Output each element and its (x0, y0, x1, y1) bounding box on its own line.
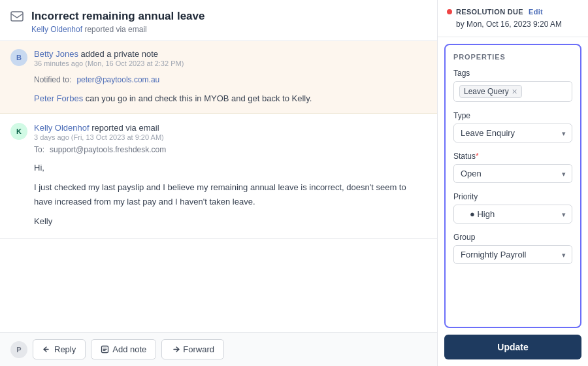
properties-title: PROPERTIES (453, 53, 572, 61)
type-select[interactable]: Leave Enquiry (453, 124, 572, 142)
reply-button[interactable]: Reply (33, 339, 86, 359)
group-group: Group Fornightly Payroll (453, 233, 572, 264)
tags-group: Tags Leave Query ✕ (453, 69, 572, 102)
status-required: * (476, 152, 479, 161)
add-note-label: Add note (112, 344, 146, 354)
notified-label: Notified to: (34, 75, 71, 84)
priority-select[interactable]: ● High Low Medium Urgent (453, 205, 572, 224)
ticket-title: Incorrect remaining annual leave (31, 9, 204, 24)
reply-label: Reply (54, 344, 76, 354)
private-note: B Betty Jones added a private note 36 mi… (0, 41, 437, 114)
note-time: 36 minutes ago (Mon, 16 Oct 2023 at 2:32… (34, 59, 184, 67)
status-label: Status* (453, 152, 572, 161)
tags-label: Tags (453, 69, 572, 78)
reporter-name: Kelly Oldenhof (31, 25, 82, 34)
action-avatar: P (10, 341, 27, 358)
add-note-button[interactable]: Add note (91, 339, 156, 359)
conversation-area: B Betty Jones added a private note 36 mi… (0, 41, 437, 332)
forward-icon (171, 345, 180, 354)
thread-author-name: Kelly Oldenhof (34, 123, 90, 133)
note-icon (101, 345, 109, 354)
type-select-wrapper: Leave Enquiry (453, 124, 572, 142)
thread-header: K Kelly Oldenhof reported via email 3 da… (10, 123, 427, 141)
thread-author-line: Kelly Oldenhof reported via email (34, 123, 164, 133)
ticket-title-block: Incorrect remaining annual leave Kelly O… (31, 9, 204, 34)
tag-remove-icon[interactable]: ✕ (512, 88, 517, 96)
group-label: Group (453, 233, 572, 242)
thread-time: 3 days ago (Fri, 13 Oct 2023 at 9:20 AM) (34, 133, 164, 141)
note-body-text: can you go in and check this in MYOB and… (83, 93, 312, 103)
thread-body-text: Hi, (34, 161, 427, 175)
update-button[interactable]: Update (444, 335, 581, 359)
forward-label: Forward (183, 344, 214, 354)
thread-meta: Kelly Oldenhof reported via email 3 days… (34, 123, 164, 141)
properties-panel: PROPERTIES Tags Leave Query ✕ Type Leave… (444, 44, 581, 328)
email-icon (10, 11, 24, 22)
thread-avatar: K (10, 123, 27, 140)
status-group: Status* Open Pending Resolved Closed (453, 152, 572, 183)
tags-container[interactable]: Leave Query ✕ (453, 81, 572, 102)
ticket-reporter: Kelly Oldenhof reported via email (31, 25, 204, 34)
thread-body-para: I just checked my last payslip and I bel… (34, 180, 427, 209)
right-panel: RESOLUTION DUE Edit by Mon, Oct 16, 2023… (438, 0, 588, 366)
notified-row: Notified to: peter@paytools.com.au (10, 71, 427, 88)
notified-email: peter@paytools.com.au (76, 75, 159, 84)
type-group: Type Leave Enquiry (453, 111, 572, 142)
action-bar: P Reply Add note Forward (0, 332, 437, 366)
group-select-wrapper: Fornightly Payroll (453, 245, 572, 264)
type-label: Type (453, 111, 572, 120)
reply-icon (42, 345, 51, 354)
thread-action-detail: reported via email (91, 123, 159, 133)
priority-label: Priority (453, 192, 572, 201)
note-author-name: Betty Jones (34, 49, 78, 59)
thread-body-sign: Kelly (34, 214, 427, 229)
svg-rect-0 (11, 12, 23, 21)
note-body: Peter Forbes can you go in and check thi… (10, 88, 427, 105)
resolution-label: RESOLUTION DUE Edit (447, 8, 579, 16)
note-action-text: added a private note (81, 49, 159, 59)
priority-group: Priority ● High Low Medium Urgent (453, 192, 572, 224)
resolution-dot (447, 9, 452, 14)
reporter-via: reported via email (84, 25, 146, 34)
resolution-text: RESOLUTION DUE (456, 8, 523, 16)
left-panel: Incorrect remaining annual leave Kelly O… (0, 0, 438, 366)
tag-item: Leave Query ✕ (459, 85, 522, 98)
email-thread: K Kelly Oldenhof reported via email 3 da… (0, 114, 437, 239)
note-header: B Betty Jones added a private note 36 mi… (10, 49, 427, 67)
resolution-edit-link[interactable]: Edit (529, 8, 543, 16)
group-select[interactable]: Fornightly Payroll (453, 245, 572, 264)
forward-button[interactable]: Forward (161, 339, 224, 359)
resolution-date: by Mon, Oct 16, 2023 9:20 AM (447, 18, 579, 30)
ticket-header: Incorrect remaining annual leave Kelly O… (0, 0, 437, 41)
note-avatar: B (10, 49, 27, 66)
thread-to-label: To: (34, 145, 44, 154)
thread-to: To: support@paytools.freshdesk.com (10, 145, 427, 154)
priority-select-wrapper: ● High Low Medium Urgent (453, 205, 572, 224)
note-body-link: Peter Forbes (34, 93, 83, 103)
status-select[interactable]: Open Pending Resolved Closed (453, 164, 572, 183)
tag-value: Leave Query (464, 87, 509, 96)
resolution-bar: RESOLUTION DUE Edit by Mon, Oct 16, 2023… (438, 0, 588, 37)
note-author-line: Betty Jones added a private note (34, 49, 184, 59)
note-meta: Betty Jones added a private note 36 minu… (34, 49, 184, 67)
thread-body: Hi, I just checked my last payslip and I… (10, 161, 427, 229)
thread-to-email: support@paytools.freshdesk.com (50, 145, 166, 154)
status-select-wrapper: Open Pending Resolved Closed (453, 164, 572, 183)
